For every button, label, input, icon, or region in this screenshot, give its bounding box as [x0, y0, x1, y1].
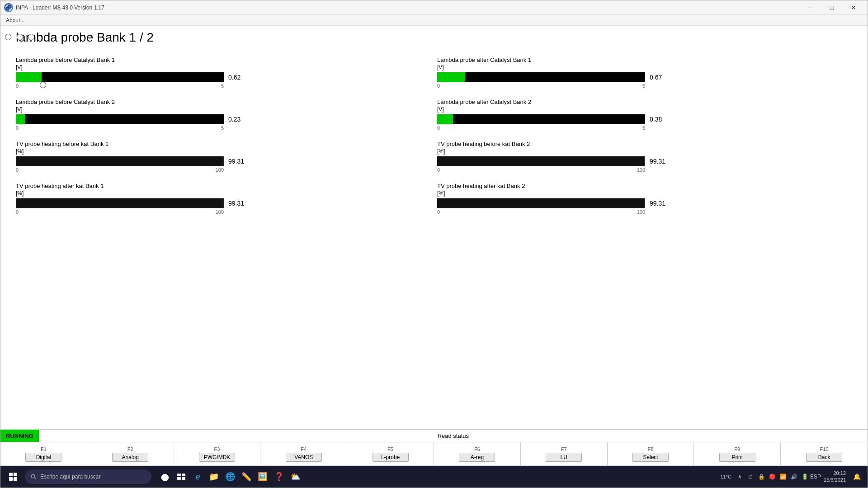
menubar: About...: [0, 15, 868, 26]
fn-button-analog[interactable]: Analog: [112, 453, 148, 462]
probes-grid: Lambda probe before Catalyst Bank 1 [V] …: [16, 54, 859, 222]
fn-label-f4: F4: [301, 446, 307, 452]
bar-value-5: 99.31: [650, 158, 670, 165]
svg-point-7: [31, 474, 35, 478]
tray-icon-2[interactable]: 🔒: [757, 472, 766, 481]
fn-button-print[interactable]: Print: [719, 453, 755, 462]
fn-key-f5: F5 L-probe: [347, 442, 434, 465]
probe-label-7: TV probe heating after kat Bank 2: [437, 183, 849, 189]
bar-track-7: [437, 198, 645, 208]
bar-value-4: 99.31: [228, 158, 249, 165]
chevron-up-icon[interactable]: ∧: [735, 472, 744, 481]
bar-scale-2: 0 5: [16, 125, 224, 131]
maximize-button[interactable]: □: [821, 0, 842, 15]
status-bar: RUNNING Read status F1 Digital F2 Analog…: [0, 429, 868, 466]
main-window: INPA - Loader: MS 43.0 Version 1.17 ─ □ …: [0, 0, 868, 488]
fn-key-f6: F6 A-reg: [434, 442, 521, 465]
bar-value-3: 0.38: [650, 116, 670, 123]
probe-label-5: TV probe heating before kat Bank 2: [437, 141, 849, 147]
bar-track-0: [16, 72, 224, 82]
svg-rect-12: [182, 477, 185, 480]
fn-button-select[interactable]: Select: [632, 453, 669, 462]
radio-3[interactable]: [28, 34, 34, 40]
svg-rect-10: [182, 474, 185, 476]
probe-label-6: TV probe heating after kat Bank 1: [16, 183, 428, 189]
fn-button-l-probe[interactable]: L-probe: [373, 453, 409, 462]
bar-track-6: [16, 198, 224, 208]
lang-icon[interactable]: ESP: [811, 472, 820, 481]
bar-container-6: 99.31: [16, 198, 428, 208]
fn-button-lu[interactable]: LU: [546, 453, 582, 462]
network-icon[interactable]: 📶: [778, 472, 788, 481]
probe-unit-0: [V]: [16, 64, 428, 70]
tray-icon-3[interactable]: 🔴: [768, 472, 777, 481]
bar-scale-6: 0 100: [16, 209, 224, 215]
page-title: lambda probe Bank 1 / 2: [16, 30, 859, 45]
about-menu[interactable]: About...: [2, 16, 28, 24]
fn-label-f7: F7: [561, 446, 567, 452]
bar-fill-4: [16, 156, 222, 166]
bar-track-4: [16, 156, 224, 166]
taskbar-app-icons: ⬤ ℯ 📁 🌐 ✏️ 🖼️ ❓ ⛅: [158, 469, 302, 484]
minimize-button[interactable]: ─: [800, 0, 821, 15]
svg-rect-5: [9, 477, 13, 481]
app-logo: [4, 3, 13, 12]
fn-key-f3: F3 PWG/MDK: [174, 442, 261, 465]
fn-key-f7: F7 LU: [521, 442, 608, 465]
radio-2[interactable]: [17, 34, 23, 40]
bar-fill-2: [16, 114, 25, 124]
fn-button-vanos[interactable]: VANOS: [286, 453, 322, 462]
taskbar-cortana-icon[interactable]: ⬤: [158, 469, 172, 484]
fn-label-f8: F8: [648, 446, 654, 452]
bar-value-7: 99.31: [650, 200, 670, 207]
close-button[interactable]: ✕: [843, 0, 864, 15]
radio-1[interactable]: [5, 34, 11, 40]
tray-icon-1[interactable]: 🖨: [746, 472, 755, 481]
taskbar-right-area: 11°C ∧ 🖨 🔒 🔴 📶 🔊 🔋 ESP 20:12 15/6/2021 🔔: [720, 469, 864, 484]
start-button[interactable]: [4, 468, 22, 486]
taskbar-app2-icon[interactable]: 🖼️: [255, 469, 270, 484]
temperature-display: 11°C: [720, 474, 731, 479]
taskbar-weather-icon[interactable]: ⛅: [288, 469, 302, 484]
probe-unit-6: [%]: [16, 190, 428, 197]
fn-key-f1: F1 Digital: [0, 442, 87, 465]
taskbar-app1-icon[interactable]: ✏️: [239, 469, 254, 484]
fn-button-back[interactable]: Back: [806, 453, 842, 462]
tv-before-kat-bank1: TV probe heating before kat Bank 1 [%] 9…: [16, 138, 437, 180]
tv-before-kat-bank2: TV probe heating before kat Bank 2 [%] 9…: [437, 138, 859, 180]
function-bar: F1 Digital F2 Analog F3 PWG/MDK F4 VANOS…: [0, 442, 868, 466]
fn-label-f3: F3: [214, 446, 220, 452]
svg-rect-3: [9, 473, 13, 476]
bar-container-7: 99.31: [437, 198, 849, 208]
probe-unit-7: [%]: [437, 190, 849, 197]
bar-scale-1: 0 5: [437, 83, 645, 89]
taskbar-task-view-icon[interactable]: [174, 469, 189, 484]
probe-unit-1: [V]: [437, 64, 849, 70]
bar-track-2: [16, 114, 224, 124]
bar-container-5: 99.31: [437, 156, 849, 166]
bar-fill-7: [437, 198, 644, 208]
bar-scale-5: 0 100: [437, 167, 645, 173]
taskbar-explorer-icon[interactable]: 📁: [207, 469, 221, 484]
taskbar-search-box[interactable]: Escribe aquí para buscar: [25, 469, 151, 484]
time-display: 20:12 15/6/2021: [824, 470, 846, 484]
battery-icon[interactable]: 🔋: [800, 472, 809, 481]
bar-container-4: 99.31: [16, 156, 428, 166]
window-controls: ─ □ ✕: [800, 0, 864, 15]
notification-bell-icon[interactable]: 🔔: [849, 469, 864, 484]
volume-icon[interactable]: 🔊: [789, 472, 798, 481]
fn-button-digital[interactable]: Digital: [25, 453, 61, 462]
tv-after-kat-bank2: TV probe heating after kat Bank 2 [%] 99…: [437, 180, 859, 222]
probe-label-2: Lambda probe before Catalyst Bank 2: [16, 99, 428, 105]
taskbar-app3-icon[interactable]: ❓: [272, 469, 286, 484]
fn-button-pwg-mdk[interactable]: PWG/MDK: [199, 453, 236, 462]
fn-label-f2: F2: [127, 446, 133, 452]
bar-container-0: 0.62: [16, 72, 428, 82]
fn-button-a-reg[interactable]: A-reg: [459, 453, 495, 462]
bar-scale-3: 0 5: [437, 125, 645, 131]
taskbar-chrome-icon[interactable]: 🌐: [223, 469, 237, 484]
bar-container-3: 0.38: [437, 114, 849, 124]
taskbar-edge-icon[interactable]: ℯ: [190, 469, 205, 484]
svg-rect-6: [14, 477, 17, 481]
bar-fill-5: [437, 156, 644, 166]
